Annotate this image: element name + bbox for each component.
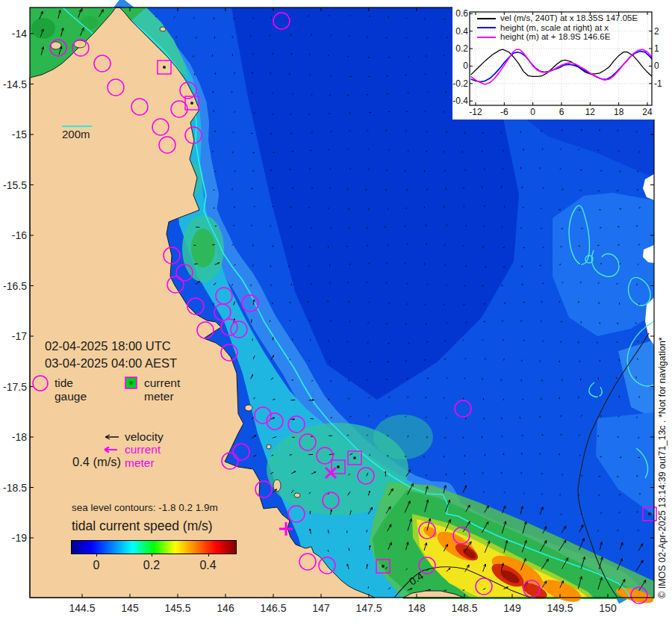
inset-xtick: 12 — [585, 107, 595, 117]
velocity-label: velocity — [125, 430, 164, 444]
current-meter-arrow-icon — [105, 447, 117, 453]
x-tick-label: 149.5 — [547, 602, 573, 614]
velocity-arrow-icon — [105, 435, 119, 439]
inset-xtick: -6 — [500, 107, 508, 117]
x-tick-label: 146.5 — [260, 602, 286, 614]
legend-entry: height (m, scale at right) at x — [477, 23, 609, 32]
inset-xtick: 0 — [530, 107, 535, 117]
timestamp-block: 02-04-2025 18:00 UTC 03-04-2025 04:00 AE… — [45, 338, 177, 372]
x-tick-label: 148.5 — [451, 602, 477, 614]
inset-ytick-right: -1 — [654, 78, 662, 89]
y-tick-label: -15.5 — [1, 179, 27, 191]
colorbar: 00.20.4 — [71, 540, 237, 554]
sea-level-contours-note: sea level contours: -1.8 0.2 1.9m — [72, 502, 218, 513]
colorbar-tick-mark — [152, 554, 152, 557]
inset-ytick-left: 0.6 — [452, 8, 468, 19]
inset-ytick-left: -0.4 — [452, 96, 468, 106]
tide-gauge-icon — [33, 376, 48, 391]
colorbar-tick-label: 0.2 — [137, 559, 167, 572]
x-tick-label: 146 — [217, 602, 234, 614]
y-tick-label: -14.5 — [1, 78, 27, 90]
y-tick-label: -16.5 — [1, 280, 27, 292]
tide-gauge-label: tide gauge — [55, 376, 87, 403]
x-tick-label: 150 — [599, 602, 616, 614]
current-meter-label: current meter — [144, 376, 180, 403]
colorbar-title: tidal current speed (m/s) — [72, 518, 213, 534]
y-tick-label: -19 — [1, 532, 27, 544]
inset-xtick: 18 — [614, 107, 623, 117]
x-tick-label: 149 — [503, 602, 520, 614]
legend-label: vel (m/s, 240T) at x 18.35S 147.05E — [500, 13, 638, 22]
copyright-note: © IMOS 02-Apr-2025 13:14:39 out71_13c . … — [657, 241, 668, 598]
y-tick-label: -17.5 — [1, 381, 27, 393]
colorbar-tick-label: 0.4 — [193, 559, 223, 572]
y-tick-label: -17 — [1, 330, 27, 342]
inset-ytick-right: 2 — [654, 26, 659, 37]
y-tick-label: -14 — [1, 28, 27, 40]
inset-ytick-left: 0 — [452, 61, 468, 71]
x-tick-label: 145 — [121, 602, 138, 614]
inset-xtick: 6 — [559, 107, 564, 117]
inset-ytick-left: 0.2 — [452, 43, 468, 54]
colorbar-tick-label: 0 — [81, 559, 111, 572]
x-tick-label: 144.5 — [69, 602, 95, 614]
x-tick-label: 147 — [312, 602, 329, 614]
inset-xtick: 24 — [642, 107, 652, 117]
y-tick-label: -18.5 — [1, 482, 27, 494]
colorbar-tick-mark — [208, 554, 209, 557]
inset-ytick-left: 0.4 — [452, 26, 468, 37]
colorbar-tick-mark — [96, 554, 97, 557]
legend-label: height (m) at + 18.9S 146.6E — [500, 32, 610, 41]
legend-entry: height (m) at + 18.9S 146.6E — [477, 32, 610, 41]
timestamp-local: 03-04-2025 04:00 AEST — [45, 355, 177, 372]
legend-swatch — [477, 27, 496, 28]
current-meter-vel-label: current meter — [125, 443, 161, 470]
velocity-scale-label: 0.4 (m/s) — [72, 455, 121, 469]
inset-xtick: -12 — [469, 107, 482, 117]
legend-entry: vel (m/s, 240T) at x 18.35S 147.05E — [477, 13, 638, 22]
timestamp-utc: 02-04-2025 18:00 UTC — [45, 338, 177, 355]
inset-ytick-left: -0.2 — [452, 78, 468, 89]
x-tick-label: 145.5 — [164, 602, 190, 614]
inset-ytick-right: 1 — [654, 43, 659, 54]
timeseries-inset: 0.60.40.20-0.2-0.4210-1-12-606121824 vel… — [452, 5, 670, 120]
legend-swatch — [477, 18, 496, 19]
inset-ytick-right: 0 — [654, 61, 659, 71]
tidal-current-map-figure: 0.4 144.5145145.5146146.5147147.5148148.… — [0, 0, 672, 623]
x-tick-label: 148 — [408, 602, 425, 614]
legend-label: height (m, scale at right) at x — [500, 23, 609, 32]
x-tick-label: 147.5 — [355, 602, 382, 614]
y-tick-label: -15 — [1, 128, 27, 140]
y-tick-label: -16 — [1, 229, 27, 241]
current-meter-dot — [129, 381, 133, 385]
y-tick-label: -18 — [1, 431, 27, 443]
contour-label-200m: 200m — [62, 125, 92, 140]
contour-swatch-cyan — [62, 125, 92, 127]
legend-swatch — [477, 37, 496, 38]
